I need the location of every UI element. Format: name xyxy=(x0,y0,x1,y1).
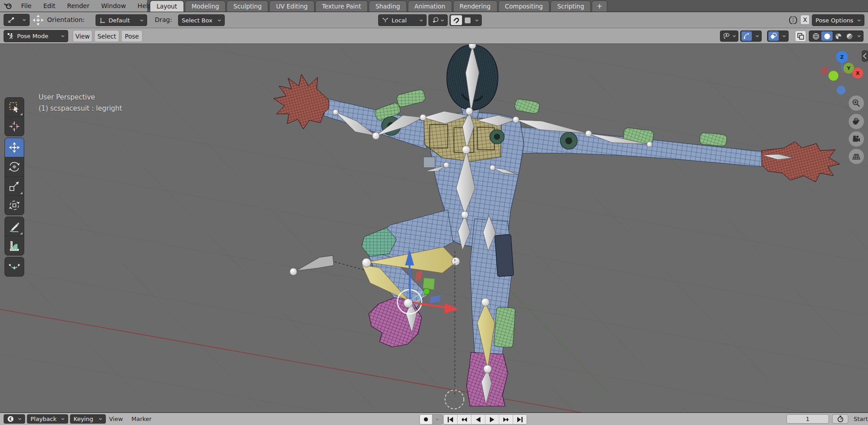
chevron-down-icon xyxy=(61,418,65,420)
pose-menu-label: Pose xyxy=(125,33,139,40)
tab-texture-paint[interactable]: Texture Paint xyxy=(315,0,368,12)
mode-dropdown[interactable]: Pose Mode xyxy=(4,30,68,42)
menu-file[interactable]: File xyxy=(15,0,37,12)
add-workspace-button[interactable]: + xyxy=(592,0,607,12)
auto-key-options[interactable] xyxy=(432,415,442,424)
playback-dropdown[interactable]: Playback xyxy=(27,414,68,424)
gizmo-y-plane[interactable] xyxy=(423,278,435,290)
snap-target-button[interactable] xyxy=(462,15,473,26)
active-tool-dropdown[interactable] xyxy=(4,14,30,26)
tool-transform[interactable] xyxy=(5,196,24,215)
timeline-bar: Playback Keying View Marker 1 Start xyxy=(0,412,868,425)
menu-render[interactable]: Render xyxy=(61,0,96,12)
select-menu[interactable]: Select xyxy=(94,30,119,42)
active-object-name: (1) scspacesuit : legright xyxy=(39,103,122,114)
chevron-down-icon xyxy=(782,35,786,37)
chevron-down-icon xyxy=(61,35,65,37)
editor-type-dropdown[interactable] xyxy=(4,414,25,424)
shading-rendered-button[interactable] xyxy=(844,31,855,41)
gizmo-z-plane[interactable] xyxy=(429,295,441,303)
tab-layout[interactable]: Layout xyxy=(150,0,184,12)
tool-cursor[interactable] xyxy=(5,117,24,136)
jump-to-start-button[interactable] xyxy=(444,415,458,424)
tool-select-box[interactable] xyxy=(5,98,24,117)
use-preview-range-button[interactable] xyxy=(832,414,848,424)
solid-shading-icon xyxy=(824,33,831,40)
sidebar-collapse-tab[interactable] xyxy=(862,50,868,62)
tab-animation[interactable]: Animation xyxy=(408,0,452,12)
tab-compositing[interactable]: Compositing xyxy=(498,0,550,12)
menu-window[interactable]: Window xyxy=(95,0,131,12)
axis-neg-x-ball[interactable] xyxy=(820,67,829,75)
snapping-group xyxy=(449,14,482,26)
chevron-down-icon xyxy=(18,418,22,420)
jump-to-end-button[interactable] xyxy=(513,415,527,424)
keying-dropdown[interactable]: Keying xyxy=(70,414,106,424)
axis-neg-z-ball[interactable] xyxy=(837,86,846,95)
chevron-down-icon xyxy=(419,19,423,22)
tab-sculpting[interactable]: Sculpting xyxy=(227,0,268,12)
grid-ortho-button[interactable] xyxy=(849,149,864,164)
tab-scripting[interactable]: Scripting xyxy=(550,0,591,12)
menu-edit[interactable]: Edit xyxy=(37,0,61,12)
prev-keyframe-icon xyxy=(461,416,467,423)
transform-orientation-dropdown[interactable]: Local xyxy=(378,14,427,26)
viewport-canvas[interactable]: Z Y X User Perspective (1) scspac xyxy=(0,44,868,412)
tab-modeling[interactable]: Modeling xyxy=(185,0,226,12)
playback-controls xyxy=(443,414,527,425)
mirror-x-label: X xyxy=(803,16,807,23)
shading-solid-button[interactable] xyxy=(821,31,833,41)
tool-measure[interactable] xyxy=(5,236,24,255)
chevron-down-icon xyxy=(441,19,444,22)
tab-shading[interactable]: Shading xyxy=(369,0,407,12)
pivot-point-dropdown[interactable] xyxy=(428,14,448,26)
gizmo-x-plane[interactable] xyxy=(415,270,422,281)
mirror-x-toggle[interactable]: X xyxy=(800,15,810,25)
measure-icon xyxy=(9,240,20,252)
gizmo-y-handle[interactable] xyxy=(423,288,430,295)
xray-toggle[interactable] xyxy=(795,30,806,42)
current-frame-field[interactable]: 1 xyxy=(786,414,829,424)
show-gizmo-toggle[interactable] xyxy=(742,31,752,41)
shading-mode-group xyxy=(809,30,864,42)
zoom-button[interactable] xyxy=(849,95,864,111)
tool-scale[interactable] xyxy=(5,177,24,196)
next-keyframe-button[interactable] xyxy=(499,415,513,424)
view-menu[interactable]: View xyxy=(73,30,92,42)
next-keyframe-icon xyxy=(503,416,509,423)
tab-rendering[interactable]: Rendering xyxy=(453,0,497,12)
play-reverse-button[interactable] xyxy=(471,415,485,424)
snap-toggle[interactable] xyxy=(451,15,462,25)
blender-logo-icon[interactable] xyxy=(4,1,13,10)
prev-keyframe-button[interactable] xyxy=(458,415,471,424)
character-mesh[interactable] xyxy=(274,45,840,406)
drag-dropdown[interactable]: Select Box xyxy=(178,14,225,26)
tool-rotate[interactable] xyxy=(5,157,24,177)
show-overlays-toggle[interactable] xyxy=(768,31,779,41)
pan-hand-button[interactable] xyxy=(849,114,864,129)
tool-annotate[interactable] xyxy=(5,217,24,236)
pose-menu[interactable]: Pose xyxy=(121,30,143,42)
root-bone-circle[interactable] xyxy=(445,390,464,409)
camera-view-button[interactable] xyxy=(849,131,864,147)
timeline-marker-menu[interactable]: Marker xyxy=(131,413,152,425)
tool-move[interactable] xyxy=(5,138,24,157)
blender-window: File Edit Render Window Help Layout Mode… xyxy=(0,0,868,425)
axis-neg-y-ball[interactable] xyxy=(829,71,838,81)
shading-wireframe-button[interactable] xyxy=(810,31,821,41)
auto-key-record-button[interactable] xyxy=(420,415,432,424)
tool-pose-breakdowner[interactable] xyxy=(5,257,24,276)
viewport-scene: Z Y X xyxy=(0,44,868,412)
play-button[interactable] xyxy=(485,415,499,424)
object-visibility-dropdown[interactable] xyxy=(720,30,738,42)
orientation-dropdown[interactable]: Default xyxy=(96,14,147,26)
shading-material-button[interactable] xyxy=(833,31,844,41)
timeline-view-menu[interactable]: View xyxy=(109,413,123,425)
gizmo-z-arrow[interactable] xyxy=(410,265,410,299)
pose-options-dropdown[interactable]: Pose Options xyxy=(812,14,864,26)
orientation-value: Default xyxy=(109,17,130,24)
current-frame-value: 1 xyxy=(806,416,809,422)
ik-target-bone[interactable] xyxy=(290,256,334,275)
tab-uv-editing[interactable]: UV Editing xyxy=(269,0,314,12)
breakdowner-icon xyxy=(9,261,20,273)
